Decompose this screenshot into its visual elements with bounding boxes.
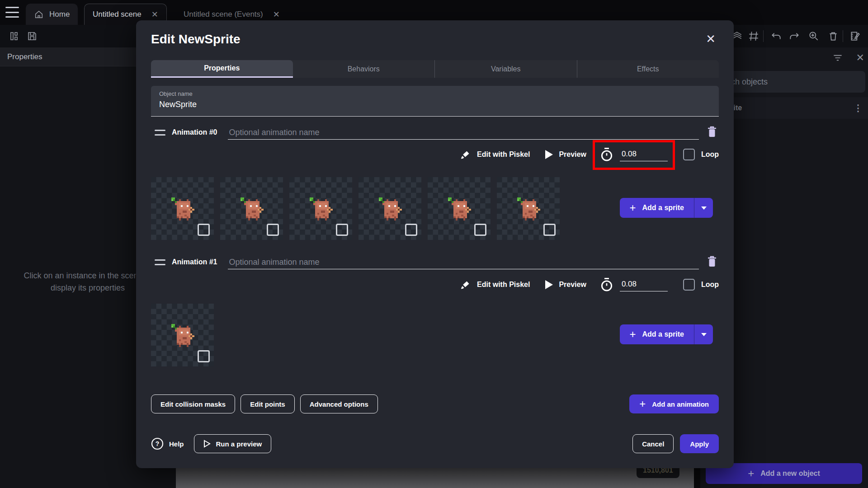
sprite-frame-thumbnail[interactable] (359, 177, 421, 240)
edit-scene-properties-icon[interactable] (848, 29, 862, 43)
help-button[interactable]: ? Help (151, 437, 184, 450)
animation-1-header: Animation #1 (151, 253, 719, 269)
sprite-frame-thumbnail[interactable] (497, 177, 560, 240)
run-preview-label: Run a preview (216, 440, 262, 448)
object-name-field[interactable]: Object name (151, 86, 719, 117)
preview-button[interactable]: Preview (544, 150, 586, 160)
apply-button[interactable]: Apply (680, 434, 719, 453)
chevron-down-icon[interactable] (694, 324, 713, 344)
close-panel-icon[interactable]: ✕ (856, 52, 864, 64)
tab-variables[interactable]: Variables (435, 60, 577, 78)
edit-with-piskel-button[interactable]: Edit with Piskel (460, 149, 530, 160)
tab-behaviors[interactable]: Behaviors (293, 60, 435, 78)
sprite-frame-thumbnail[interactable] (151, 177, 214, 240)
close-dialog-icon[interactable]: ✕ (706, 33, 716, 45)
add-sprite-button[interactable]: + Add a sprite (620, 198, 713, 218)
add-sprite-label: Add a sprite (642, 204, 684, 212)
frame-select-checkbox[interactable] (267, 224, 279, 236)
loop-checkbox[interactable] (683, 149, 695, 160)
animation-label: Animation #1 (172, 258, 217, 266)
loop-label: Loop (701, 150, 719, 159)
frame-select-checkbox[interactable] (198, 224, 210, 236)
sprite-frame-thumbnail[interactable] (289, 177, 352, 240)
redo-icon[interactable] (788, 29, 801, 43)
pig-sprite-image (513, 193, 544, 224)
cancel-button[interactable]: Cancel (632, 434, 674, 453)
more-options-icon[interactable]: ⋮ (854, 103, 863, 113)
animation-name-input[interactable] (228, 256, 699, 269)
advanced-options-button[interactable]: Advanced options (300, 394, 378, 413)
plus-icon: + (630, 202, 636, 213)
sprite-frame-thumbnail[interactable] (151, 304, 214, 366)
tab-properties[interactable]: Properties (151, 60, 293, 78)
filter-icon[interactable] (832, 52, 844, 64)
home-icon (34, 9, 44, 19)
edit-sprite-dialog: Edit NewSprite ✕ Properties Behaviors Va… (136, 20, 734, 468)
frame-select-checkbox[interactable] (198, 350, 210, 362)
svg-text:?: ? (156, 440, 160, 447)
pig-sprite-image (236, 193, 267, 224)
dialog-title: Edit NewSprite (151, 32, 241, 47)
edit-with-piskel-button[interactable]: Edit with Piskel (460, 279, 530, 291)
frame-select-checkbox[interactable] (405, 224, 417, 236)
close-tab-icon[interactable]: ✕ (151, 9, 158, 19)
undo-icon[interactable] (769, 29, 783, 43)
animation-1-tools-row: Edit with Piskel Preview Loop (151, 273, 719, 296)
edit-with-piskel-label: Edit with Piskel (477, 150, 530, 159)
edit-points-button[interactable]: Edit points (241, 394, 295, 413)
drag-handle-icon[interactable] (155, 259, 165, 265)
play-icon (544, 150, 553, 160)
add-animation-label: Add an animation (652, 400, 709, 408)
brush-icon (460, 279, 472, 291)
plus-icon: + (748, 468, 754, 479)
panels-layout-icon[interactable] (7, 29, 21, 43)
add-sprite-label: Add a sprite (642, 330, 684, 338)
animation-0-tools-row: Edit with Piskel Preview Loop (151, 143, 719, 166)
frame-select-checkbox[interactable] (543, 224, 556, 236)
preview-label: Preview (559, 150, 586, 159)
object-name-input[interactable] (159, 100, 711, 109)
zoom-in-icon[interactable] (807, 29, 821, 43)
loop-checkbox[interactable] (683, 279, 695, 291)
time-between-frames-input[interactable] (620, 148, 668, 161)
chevron-down-icon[interactable] (694, 198, 713, 218)
add-animation-button[interactable]: + Add an animation (629, 394, 719, 413)
frame-select-checkbox[interactable] (336, 224, 348, 236)
drag-handle-icon[interactable] (155, 130, 165, 136)
toolbar-divider (843, 30, 843, 42)
timer-icon (600, 147, 613, 162)
time-between-frames-group (600, 277, 668, 292)
pig-sprite-image (167, 193, 198, 224)
tab-home[interactable]: Home (26, 4, 78, 25)
animation-0-header: Animation #0 (151, 123, 719, 140)
add-sprite-button[interactable]: + Add a sprite (620, 324, 713, 344)
animation-name-input[interactable] (228, 126, 699, 140)
dialog-tabs: Properties Behaviors Variables Effects (151, 60, 719, 78)
animation-1-frames: + Add a sprite (151, 304, 719, 366)
frame-select-checkbox[interactable] (474, 224, 486, 236)
grid-icon[interactable] (747, 29, 760, 43)
dialog-actions-row: Edit collision masks Edit points Advance… (151, 394, 719, 413)
edit-collision-masks-button[interactable]: Edit collision masks (151, 394, 235, 413)
tab-events-label: Untitled scene (Events) (184, 10, 263, 19)
animation-0-frames: + Add a sprite (151, 177, 719, 240)
sprite-frame-thumbnail[interactable] (220, 177, 283, 240)
tab-scene-label: Untitled scene (93, 10, 142, 19)
add-object-label: Add a new object (760, 469, 820, 478)
time-between-frames-input[interactable] (620, 278, 668, 291)
pig-sprite-image (444, 193, 475, 224)
dialog-footer: ? Help Run a preview Cancel Apply (151, 434, 719, 453)
pig-sprite-image (167, 320, 198, 351)
run-preview-button[interactable]: Run a preview (194, 434, 272, 453)
timer-icon (600, 277, 613, 292)
tab-home-label: Home (49, 10, 70, 19)
delete-animation-icon[interactable] (705, 124, 719, 140)
delete-icon[interactable] (826, 29, 840, 43)
save-icon[interactable] (25, 29, 39, 43)
close-tab-icon[interactable]: ✕ (273, 9, 280, 19)
sprite-frame-thumbnail[interactable] (428, 177, 491, 240)
tab-effects[interactable]: Effects (577, 60, 719, 78)
main-menu-icon[interactable] (5, 7, 19, 18)
preview-button[interactable]: Preview (544, 280, 586, 290)
delete-animation-icon[interactable] (705, 254, 719, 269)
